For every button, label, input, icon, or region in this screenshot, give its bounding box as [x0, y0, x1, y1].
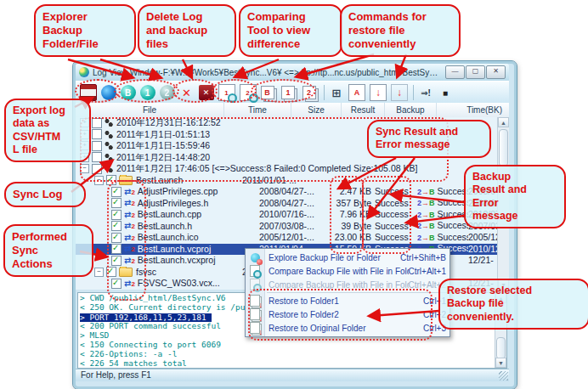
- compare-folder1-icon[interactable]: 1: [218, 84, 235, 101]
- restore-folder2-icon[interactable]: ↓: [391, 84, 408, 101]
- sync-log-icon: [105, 130, 113, 139]
- column-header-result[interactable]: Result: [342, 103, 385, 117]
- ftp-log-line[interactable]: < 226 54 matches total: [80, 359, 505, 369]
- file-name: FSVSC_WS03.vcx...: [138, 278, 220, 290]
- menu-icon-wrap: [246, 322, 264, 334]
- select-all-icon[interactable]: A: [348, 84, 365, 101]
- copy-folder1-icon[interactable]: 1: [281, 86, 295, 99]
- row-checkbox[interactable]: [111, 279, 122, 289]
- resize-grip-icon[interactable]: [499, 371, 508, 381]
- scroll-up-button[interactable]: ▲: [498, 117, 509, 127]
- row-checkbox[interactable]: [111, 210, 122, 220]
- scroll-thumb[interactable]: [499, 129, 508, 166]
- sync-action-icon: ⇄2: [124, 220, 135, 233]
- status-bar: For Help, press F1: [76, 369, 509, 381]
- minimize-button[interactable]: —: [445, 65, 465, 79]
- file-name: AdjustPrivileges.h: [138, 198, 208, 210]
- explore-backup-icon[interactable]: B: [121, 85, 136, 100]
- restore-folder1-icon[interactable]: ↓: [370, 84, 387, 101]
- menu-item-shortcut: Ctrl+Shift+B: [400, 253, 446, 262]
- menu-item-label: Explore Backup File or Folder: [264, 253, 400, 262]
- delete-backup-icon[interactable]: ✕: [199, 85, 214, 100]
- file-name: BestLaunch.vcproj: [138, 244, 211, 256]
- menu-item-restore-to-folder1[interactable]: Restore to Folder1Ctrl+1: [246, 294, 449, 307]
- tree-expander-icon[interactable]: −: [94, 176, 104, 185]
- callout-export-log: Export log data as CSV/HTM L file: [4, 99, 91, 162]
- sync-action-icon: ⇄2: [124, 243, 135, 256]
- menu-item-label: Compare Backup File with File in Folder1: [264, 267, 409, 276]
- tree-expander-icon[interactable]: −: [94, 268, 104, 277]
- sync-log-icon: [105, 118, 113, 127]
- copy-backup-icon[interactable]: B: [261, 86, 274, 99]
- compare-folder1-icon: [250, 265, 260, 277]
- file-row[interactable]: ⇄2BestLaunch.cpp2010/07/16-...7.96 KBSuc…: [76, 209, 498, 221]
- row-checkbox[interactable]: [106, 175, 116, 185]
- compare-folder2-icon[interactable]: 2: [240, 84, 257, 101]
- export-html-icon[interactable]: [101, 85, 116, 100]
- tree-expander-icon[interactable]: −: [80, 164, 89, 173]
- file-cell: ⇄2FSVSC_WS03.vcx...: [76, 278, 259, 290]
- explore-folder1-icon[interactable]: 1: [140, 85, 155, 100]
- app-icon: [79, 67, 89, 77]
- ftp-log-line[interactable]: < 226-Options: -a -l: [80, 350, 505, 359]
- row-checkbox[interactable]: [106, 267, 116, 277]
- close-button[interactable]: ✕: [486, 65, 506, 79]
- row-checkbox[interactable]: [111, 233, 122, 243]
- folder-row[interactable]: −BestLaunch2011/01/01-...: [76, 175, 498, 187]
- copy-folder2-icon[interactable]: 2: [302, 86, 316, 99]
- column-header-file[interactable]: File: [76, 103, 224, 117]
- time-cell: 2008/04/27-...: [259, 186, 325, 198]
- size-cell: 2.47 KB: [325, 186, 375, 198]
- menu-item-restore-to-folder2[interactable]: Restore to Folder2Ctrl+2: [246, 307, 449, 321]
- backup-cell: 2→B Success: [417, 186, 468, 199]
- maximize-button[interactable]: ▢: [466, 65, 485, 79]
- sync-log-session-row[interactable]: −2011年1月2日 17:46:05 [<=>Success:8 Failed…: [76, 163, 498, 175]
- row-checkbox[interactable]: [111, 256, 122, 266]
- title-bar[interactable]: Log View Window-F:¥W...¥Work5¥BestSync..…: [76, 64, 509, 81]
- row-checkbox[interactable]: [111, 244, 122, 254]
- log-scroll-thumb[interactable]: [496, 337, 506, 359]
- menu-item-compare-backup-file-with-file-in-folder1[interactable]: Compare Backup File with File in Folder1…: [246, 264, 449, 278]
- row-checkbox[interactable]: [111, 187, 122, 197]
- row-checkbox[interactable]: [111, 198, 122, 208]
- delete-log-icon[interactable]: ✕: [179, 85, 195, 100]
- result-cell: Success: [375, 221, 417, 233]
- file-cell: ⇄2AdjustPrivileges.cpp: [76, 186, 259, 199]
- row-checkbox[interactable]: [111, 221, 122, 231]
- time-bk-cell: 2010/12/29-: [468, 244, 498, 256]
- session-checkbox[interactable]: [92, 129, 102, 139]
- column-header-timebk[interactable]: Time(BK): [437, 103, 509, 117]
- callout-backup-result: Backup Result and Error message: [464, 165, 566, 228]
- file-name: BestLaunch.ico: [138, 232, 199, 244]
- file-row[interactable]: ⇄2AdjustPrivileges.h2008/04/27-...357 By…: [76, 198, 498, 210]
- file-row[interactable]: ⇄2AdjustPrivileges.cpp2008/04/27-...2.47…: [76, 186, 498, 198]
- column-header-backup[interactable]: Backup: [385, 103, 437, 117]
- stop-icon[interactable]: ■: [438, 85, 453, 100]
- column-header-time[interactable]: Time: [224, 103, 291, 117]
- exit-icon[interactable]: ⇒!: [418, 85, 433, 100]
- file-row[interactable]: ⇄2BestLaunch.h2007/03/08-...39 ByteSucce…: [76, 221, 498, 233]
- tree-view-icon[interactable]: ⊞: [329, 85, 344, 100]
- menu-item-restore-to-original-folder[interactable]: Restore to Original FolderCtrl+3: [246, 321, 449, 335]
- file-row[interactable]: ⇄2BestLaunch.ico2005/12/01-...23.00 KBSu…: [76, 232, 498, 244]
- menu-item-label: Restore to Folder2: [264, 310, 423, 319]
- menu-item-explore-backup-file-or-folder[interactable]: Explore Backup File or FolderCtrl+Shift+…: [246, 251, 449, 264]
- sync-action-icon: ⇄2: [124, 186, 135, 199]
- session-checkbox[interactable]: [92, 164, 102, 174]
- file-name: AdjustPrivileges.cpp: [138, 186, 218, 198]
- session-checkbox[interactable]: [92, 152, 102, 162]
- menu-item-compare-backup-file-with-file-in-folder2: Compare Backup File with File in Folder2…: [246, 278, 449, 291]
- column-header-size[interactable]: Size: [291, 103, 342, 117]
- file-cell: −fsvsc: [76, 267, 242, 279]
- callout-sync-log: Sync Log: [4, 182, 86, 207]
- session-checkbox[interactable]: [92, 118, 102, 128]
- result-cell: Success: [375, 209, 417, 221]
- compare-folder2-icon: [250, 279, 260, 290]
- backup-cell: 2→B Success: [417, 232, 468, 245]
- sync-action-icon: ⇄2: [124, 232, 135, 245]
- session-checkbox[interactable]: [92, 141, 102, 151]
- size-cell: 7.96 KB: [325, 209, 375, 221]
- log-scroll-down-button[interactable]: ▼: [495, 358, 506, 368]
- explore-folder2-icon[interactable]: 2: [160, 85, 175, 100]
- toolbar: B12✕✕12B12⊞A↓↓⇒!■: [76, 81, 509, 104]
